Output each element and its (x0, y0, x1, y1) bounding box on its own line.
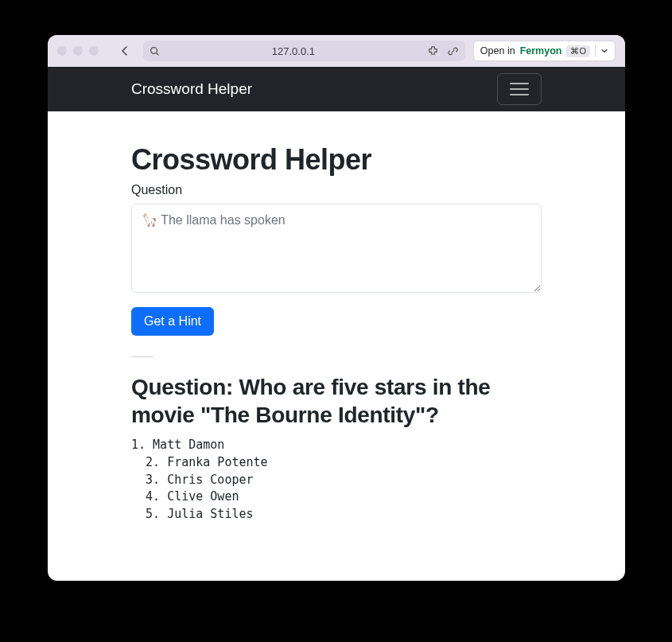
link-icon[interactable] (447, 45, 459, 57)
search-icon (150, 46, 160, 56)
window-controls (57, 46, 99, 56)
shortcut-badge: ⌘O (566, 45, 590, 57)
hamburger-icon (509, 81, 530, 97)
minimize-icon[interactable] (73, 46, 83, 56)
maximize-icon[interactable] (89, 46, 99, 56)
main-container: Crossword Helper Question Get a Hint Que… (122, 111, 551, 539)
get-hint-button[interactable]: Get a Hint (131, 307, 214, 336)
back-button[interactable] (115, 41, 135, 61)
open-in-fermyon-button[interactable]: Open in Fermyon ⌘O (473, 41, 616, 61)
navbar-brand[interactable]: Crossword Helper (131, 80, 252, 98)
divider (595, 45, 596, 57)
browser-window: 127.0.0.1 Open in Fermyon ⌘O Crossword H… (48, 35, 625, 581)
url-text: 127.0.0.1 (165, 45, 422, 57)
address-bar[interactable]: 127.0.0.1 (143, 41, 465, 61)
close-icon[interactable] (57, 46, 67, 56)
open-in-prefix: Open in (480, 45, 515, 56)
open-in-target: Fermyon (520, 45, 562, 56)
navbar-toggle-button[interactable] (497, 73, 542, 105)
extension-icon[interactable] (427, 45, 439, 57)
result-heading: Question: Who are five stars in the movi… (131, 373, 542, 429)
question-input[interactable] (131, 204, 542, 293)
page-title: Crossword Helper (131, 143, 542, 177)
result-body: 1. Matt Damon 2. Franka Potente 3. Chris… (131, 437, 542, 523)
chevron-down-icon[interactable] (600, 47, 608, 55)
navbar: Crossword Helper (48, 67, 625, 111)
page-content: Crossword Helper Crossword Helper Questi… (48, 67, 625, 581)
divider (131, 356, 153, 357)
question-label: Question (131, 183, 542, 197)
titlebar: 127.0.0.1 Open in Fermyon ⌘O (48, 35, 625, 67)
